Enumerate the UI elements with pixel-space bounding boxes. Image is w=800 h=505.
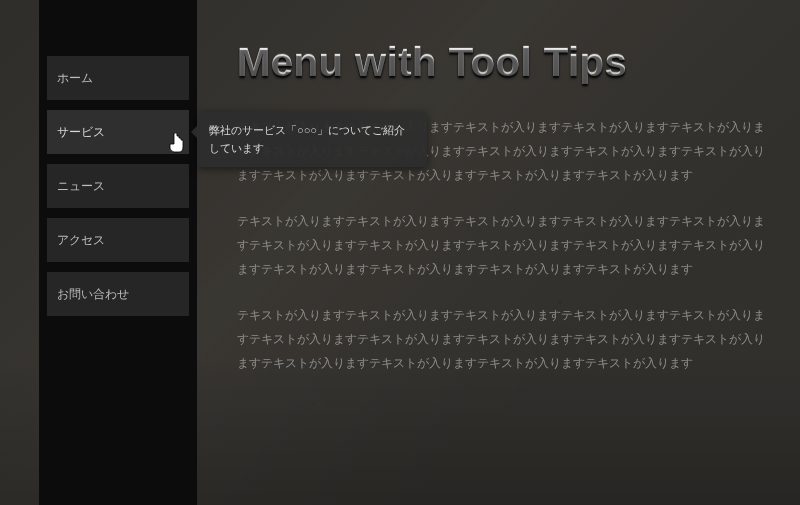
body-paragraph: テキストが入りますテキストが入りますテキストが入りますテキストが入りますテキスト… [237, 209, 770, 281]
sidebar: ホーム サービス ニュース アクセス お問い合わせ [39, 0, 197, 505]
menu-item-news[interactable]: ニュース [47, 164, 189, 208]
menu-item-access[interactable]: アクセス [47, 218, 189, 262]
tooltip-text: 弊社のサービス「○○○」についてご紹介しています [209, 124, 405, 154]
menu-item-contact[interactable]: お問い合わせ [47, 272, 189, 316]
menu-item-home[interactable]: ホーム [47, 56, 189, 100]
page-title: Menu with Tool Tips [237, 40, 770, 85]
body-paragraph: テキストが入りますテキストが入りますテキストが入りますテキストが入りますテキスト… [237, 303, 770, 375]
menu-item-label: アクセス [57, 232, 105, 249]
tooltip: 弊社のサービス「○○○」についてご紹介しています [197, 112, 427, 167]
menu-item-label: サービス [57, 124, 105, 141]
menu-item-label: ホーム [57, 70, 93, 87]
menu-item-label: ニュース [57, 178, 105, 195]
menu-item-label: お問い合わせ [57, 286, 129, 303]
menu-item-service[interactable]: サービス [47, 110, 189, 154]
main-content: Menu with Tool Tips テキストが入りますテキストが入りますテキ… [237, 40, 770, 397]
